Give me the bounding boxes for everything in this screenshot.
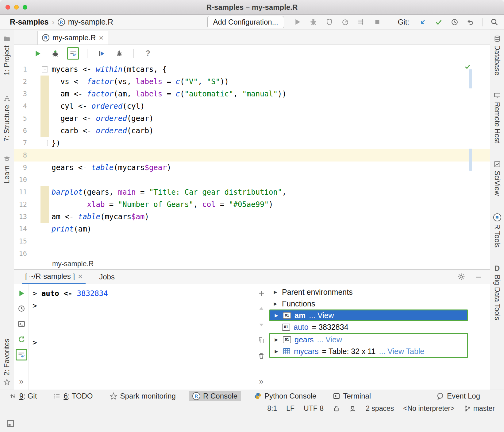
variable-row-mycars[interactable]: ▶mycars= Table: 32 x 11... View Table <box>270 345 467 357</box>
hector-icon[interactable] <box>349 405 356 412</box>
expand-icon[interactable]: ▶ <box>273 337 279 342</box>
rerun-button[interactable] <box>16 287 27 299</box>
soft-wrap-button[interactable] <box>67 47 79 60</box>
expand-icon[interactable]: ▶ <box>273 349 279 354</box>
toolwindow-button-python-console[interactable]: Python Console <box>250 391 320 401</box>
toolwindow-button-event-log[interactable]: Event Log <box>433 391 484 401</box>
help-button[interactable]: ? <box>142 47 154 60</box>
variable-row-auto[interactable]: 01auto= 3832834 <box>269 321 468 333</box>
breadcrumb-file[interactable]: my-sample.R <box>68 18 113 26</box>
execute-selection-button[interactable] <box>95 47 108 60</box>
editor[interactable]: 1−mycars <- within(mtcars, {2 vs <- fact… <box>14 62 490 258</box>
copy-button[interactable] <box>256 334 267 346</box>
code-line-4[interactable]: 4 cyl <- ordered(cyl) <box>14 100 490 112</box>
history-button[interactable] <box>448 16 461 28</box>
profiler-button[interactable] <box>339 16 352 28</box>
code-line-14[interactable]: 14print(am) <box>14 223 490 235</box>
add-configuration-button[interactable]: Add Configuration... <box>207 16 284 28</box>
line-separator[interactable]: LF <box>286 404 294 413</box>
debug-button[interactable] <box>49 47 61 60</box>
console-button[interactable] <box>16 318 27 330</box>
hide-panel-button[interactable] <box>472 271 484 283</box>
zoom-window-button[interactable] <box>23 5 27 10</box>
jobs-tab[interactable]: Jobs <box>96 270 118 284</box>
expand-icon[interactable]: ▶ <box>272 290 279 294</box>
code-line-1[interactable]: 1−mycars <- within(mtcars, { <box>14 63 490 76</box>
add-button[interactable] <box>256 287 267 299</box>
inspections-ok-icon[interactable] <box>464 63 471 70</box>
close-tab-icon[interactable]: × <box>99 34 103 42</box>
debug-disabled-button[interactable] <box>307 16 320 28</box>
stripe-button-sciview[interactable]: SciView <box>493 161 501 196</box>
breadcrumb-file-bottom[interactable]: my-sample.R <box>52 260 94 268</box>
console-tab[interactable]: [ ~/R-samples ] × <box>22 270 86 284</box>
commit-button[interactable] <box>433 16 445 28</box>
stripe-button-big-data-tools[interactable]: DBig Data Tools <box>493 265 501 320</box>
delete-button[interactable] <box>256 350 267 362</box>
variable-row-am[interactable]: ▶01am... View <box>269 309 468 321</box>
code-line-11[interactable]: 11barplot(gears, main = "Title: Car gear… <box>14 186 490 198</box>
code-line-12[interactable]: 12 xlab = "Number of Gears", col = "#05a… <box>14 198 490 211</box>
more-button[interactable]: » <box>16 376 27 387</box>
variable-row-gears[interactable]: ▶01gears... View <box>270 334 467 345</box>
close-window-button[interactable] <box>6 5 10 10</box>
code-line-8[interactable]: 8 <box>14 149 490 162</box>
stop-button[interactable] <box>371 16 383 28</box>
interpreter-info[interactable]: <No interpreter> <box>403 404 454 413</box>
toolwindow-button-spark-monitoring[interactable]: Spark monitoring <box>106 391 179 401</box>
concurrency-button[interactable] <box>355 16 367 28</box>
search-everywhere-button[interactable] <box>488 16 500 28</box>
view-link[interactable]: ... View <box>317 335 342 344</box>
caret-position[interactable]: 8:1 <box>267 404 277 413</box>
env-group-row-parent-environments[interactable]: ▶Parent environments <box>269 286 468 298</box>
fold-icon[interactable]: − <box>42 66 48 72</box>
env-group-row-functions[interactable]: ▶Functions <box>269 298 468 309</box>
lock-icon[interactable] <box>333 405 340 412</box>
toolwindow-switcher-button[interactable] <box>4 418 17 430</box>
more-button[interactable]: » <box>256 376 267 387</box>
rollback-button[interactable] <box>464 16 477 28</box>
code-line-9[interactable]: 9gears <- table(mycars$gear) <box>14 162 490 174</box>
code-line-15[interactable]: 15 <box>14 235 490 247</box>
minimize-window-button[interactable] <box>14 5 19 10</box>
stripe-button-learn[interactable]: Learn <box>3 155 11 184</box>
code-line-7[interactable]: 7−}) <box>14 137 490 149</box>
toolwindow-button-r-console[interactable]: RR Console <box>189 391 241 401</box>
view-link[interactable]: ... View <box>309 311 334 320</box>
settings-button[interactable] <box>455 271 467 283</box>
history-button[interactable] <box>16 303 27 314</box>
stripe-button-1-project[interactable]: 1: Project <box>3 35 11 75</box>
title-bar[interactable]: R-samples – my-sample.R <box>0 0 504 15</box>
console-output[interactable]: > auto <- 3832834>> <box>29 284 255 390</box>
stripe-button-r-tools[interactable]: RR Tools <box>493 213 501 247</box>
expand-icon[interactable]: ▶ <box>273 313 279 318</box>
coverage-button[interactable] <box>323 16 336 28</box>
code-line-6[interactable]: 6 carb <- ordered(carb) <box>14 125 490 137</box>
code-line-16[interactable]: 16 <box>14 247 490 258</box>
run-button[interactable] <box>31 47 44 60</box>
fold-icon[interactable]: − <box>42 140 48 146</box>
close-tab-icon[interactable]: × <box>78 272 83 280</box>
code-line-3[interactable]: 3 am <- factor(am, labels = c("automatic… <box>14 88 490 100</box>
stripe-button-remote-host[interactable]: Remote Host <box>493 92 501 143</box>
git-branch-widget[interactable]: master <box>464 404 495 413</box>
toolwindow-button-terminal[interactable]: Terminal <box>329 391 375 401</box>
soft-wrap-button[interactable] <box>16 349 27 360</box>
restart-button[interactable] <box>16 333 27 345</box>
breadcrumb-project[interactable]: R-samples <box>10 18 48 26</box>
stripe-button-2-favorites[interactable]: 2: Favorites <box>3 339 11 386</box>
code-line-10[interactable]: 10 <box>14 174 490 186</box>
debug-selection-button[interactable] <box>113 47 125 60</box>
file-encoding[interactable]: UTF-8 <box>304 404 324 413</box>
editor-tab[interactable]: R my-sample.R × <box>37 31 108 45</box>
code-line-2[interactable]: 2 vs <- factor(vs, labels = c("V", "S")) <box>14 76 490 88</box>
view-link[interactable]: ... View Table <box>379 347 424 356</box>
indent-info[interactable]: 2 spaces <box>366 404 394 413</box>
code-line-13[interactable]: 13am <- table(mycars$am) <box>14 211 490 223</box>
code-line-5[interactable]: 5 gear <- ordered(gear) <box>14 112 490 125</box>
stripe-button-database[interactable]: Database <box>493 35 501 75</box>
update-project-button[interactable] <box>417 16 429 28</box>
toolwindow-button-9-git[interactable]: 9: Git <box>6 391 40 401</box>
stripe-button-7-structure[interactable]: 7: Structure <box>3 95 11 142</box>
toolwindow-button-6-todo[interactable]: 6: TODO <box>50 391 96 401</box>
